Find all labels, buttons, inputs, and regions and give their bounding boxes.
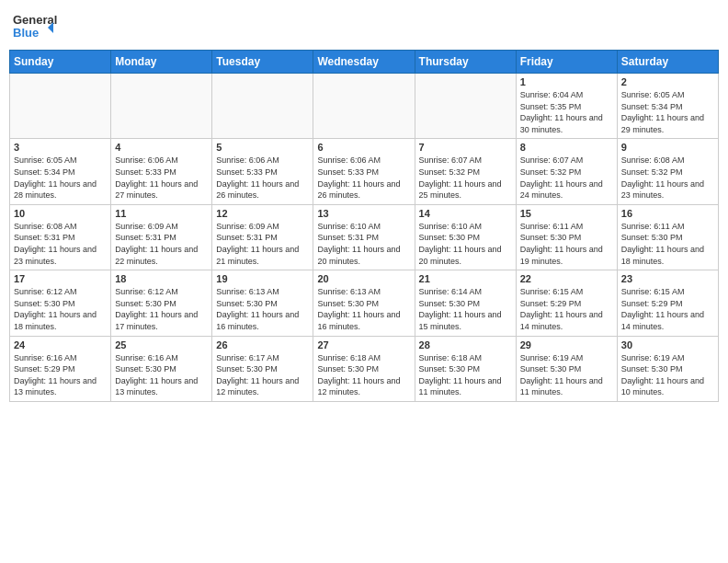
- svg-text:Blue: Blue: [13, 26, 39, 40]
- day-number: 16: [621, 208, 714, 219]
- weekday-header-thursday: Thursday: [415, 51, 516, 74]
- day-info: Sunrise: 6:17 AM Sunset: 5:30 PM Dayligh…: [216, 352, 309, 398]
- calendar-table: SundayMondayTuesdayWednesdayThursdayFrid…: [9, 50, 719, 402]
- calendar-cell: 28Sunrise: 6:18 AM Sunset: 5:30 PM Dayli…: [415, 336, 516, 401]
- weekday-header-wednesday: Wednesday: [313, 51, 415, 74]
- day-number: 3: [14, 142, 107, 153]
- day-number: 7: [419, 142, 512, 153]
- calendar-cell: 30Sunrise: 6:19 AM Sunset: 5:30 PM Dayli…: [617, 336, 718, 401]
- day-number: 25: [115, 339, 208, 350]
- calendar-cell: 26Sunrise: 6:17 AM Sunset: 5:30 PM Dayli…: [212, 336, 313, 401]
- day-info: Sunrise: 6:05 AM Sunset: 5:34 PM Dayligh…: [14, 155, 107, 201]
- calendar-week-4: 17Sunrise: 6:12 AM Sunset: 5:30 PM Dayli…: [10, 270, 719, 336]
- calendar-cell: 25Sunrise: 6:16 AM Sunset: 5:30 PM Dayli…: [111, 336, 212, 401]
- day-info: Sunrise: 6:06 AM Sunset: 5:33 PM Dayligh…: [216, 155, 309, 201]
- day-info: Sunrise: 6:04 AM Sunset: 5:35 PM Dayligh…: [520, 89, 613, 135]
- day-info: Sunrise: 6:14 AM Sunset: 5:30 PM Dayligh…: [419, 286, 512, 332]
- day-info: Sunrise: 6:16 AM Sunset: 5:29 PM Dayligh…: [14, 352, 107, 398]
- calendar-cell: 15Sunrise: 6:11 AM Sunset: 5:30 PM Dayli…: [516, 204, 617, 270]
- day-number: 17: [14, 273, 107, 284]
- day-number: 30: [621, 339, 714, 350]
- day-number: 8: [520, 142, 613, 153]
- day-number: 29: [520, 339, 613, 350]
- day-number: 2: [621, 76, 714, 87]
- calendar-cell: 6Sunrise: 6:06 AM Sunset: 5:33 PM Daylig…: [313, 139, 415, 204]
- calendar-cell: 9Sunrise: 6:08 AM Sunset: 5:32 PM Daylig…: [617, 139, 718, 204]
- calendar-cell: [415, 74, 516, 139]
- day-number: 22: [520, 273, 613, 284]
- day-info: Sunrise: 6:19 AM Sunset: 5:30 PM Dayligh…: [520, 352, 613, 398]
- calendar-cell: [10, 74, 111, 139]
- calendar-cell: [212, 74, 313, 139]
- calendar-cell: 22Sunrise: 6:15 AM Sunset: 5:29 PM Dayli…: [516, 270, 617, 336]
- day-info: Sunrise: 6:09 AM Sunset: 5:31 PM Dayligh…: [115, 221, 208, 267]
- calendar-cell: 16Sunrise: 6:11 AM Sunset: 5:30 PM Dayli…: [617, 204, 718, 270]
- day-number: 21: [419, 273, 512, 284]
- day-number: 19: [216, 273, 309, 284]
- day-info: Sunrise: 6:09 AM Sunset: 5:31 PM Dayligh…: [216, 221, 309, 267]
- calendar-cell: 14Sunrise: 6:10 AM Sunset: 5:30 PM Dayli…: [415, 204, 516, 270]
- weekday-header-friday: Friday: [516, 51, 617, 74]
- day-number: 9: [621, 142, 714, 153]
- day-number: 15: [520, 208, 613, 219]
- logo-svg: GeneralBlue: [13, 9, 68, 42]
- day-info: Sunrise: 6:11 AM Sunset: 5:30 PM Dayligh…: [520, 221, 613, 267]
- day-info: Sunrise: 6:07 AM Sunset: 5:32 PM Dayligh…: [520, 155, 613, 201]
- calendar-cell: 29Sunrise: 6:19 AM Sunset: 5:30 PM Dayli…: [516, 336, 617, 401]
- calendar-cell: 20Sunrise: 6:13 AM Sunset: 5:30 PM Dayli…: [313, 270, 415, 336]
- day-info: Sunrise: 6:13 AM Sunset: 5:30 PM Dayligh…: [216, 286, 309, 332]
- calendar-cell: 10Sunrise: 6:08 AM Sunset: 5:31 PM Dayli…: [10, 204, 111, 270]
- day-info: Sunrise: 6:06 AM Sunset: 5:33 PM Dayligh…: [115, 155, 208, 201]
- day-number: 6: [317, 142, 410, 153]
- calendar-cell: 23Sunrise: 6:15 AM Sunset: 5:29 PM Dayli…: [617, 270, 718, 336]
- day-info: Sunrise: 6:15 AM Sunset: 5:29 PM Dayligh…: [520, 286, 613, 332]
- calendar-cell: 8Sunrise: 6:07 AM Sunset: 5:32 PM Daylig…: [516, 139, 617, 204]
- weekday-header-row: SundayMondayTuesdayWednesdayThursdayFrid…: [10, 51, 719, 74]
- day-info: Sunrise: 6:15 AM Sunset: 5:29 PM Dayligh…: [621, 286, 714, 332]
- calendar-cell: 27Sunrise: 6:18 AM Sunset: 5:30 PM Dayli…: [313, 336, 415, 401]
- day-info: Sunrise: 6:12 AM Sunset: 5:30 PM Dayligh…: [14, 286, 107, 332]
- calendar-cell: 1Sunrise: 6:04 AM Sunset: 5:35 PM Daylig…: [516, 74, 617, 139]
- calendar-week-2: 3Sunrise: 6:05 AM Sunset: 5:34 PM Daylig…: [10, 139, 719, 204]
- day-info: Sunrise: 6:05 AM Sunset: 5:34 PM Dayligh…: [621, 89, 714, 135]
- calendar-cell: 3Sunrise: 6:05 AM Sunset: 5:34 PM Daylig…: [10, 139, 111, 204]
- day-number: 27: [317, 339, 410, 350]
- day-info: Sunrise: 6:11 AM Sunset: 5:30 PM Dayligh…: [621, 221, 714, 267]
- day-info: Sunrise: 6:08 AM Sunset: 5:32 PM Dayligh…: [621, 155, 714, 201]
- calendar-week-3: 10Sunrise: 6:08 AM Sunset: 5:31 PM Dayli…: [10, 204, 719, 270]
- day-number: 12: [216, 208, 309, 219]
- day-info: Sunrise: 6:12 AM Sunset: 5:30 PM Dayligh…: [115, 286, 208, 332]
- day-number: 13: [317, 208, 410, 219]
- day-info: Sunrise: 6:19 AM Sunset: 5:30 PM Dayligh…: [621, 352, 714, 398]
- calendar-week-1: 1Sunrise: 6:04 AM Sunset: 5:35 PM Daylig…: [10, 74, 719, 139]
- day-info: Sunrise: 6:18 AM Sunset: 5:30 PM Dayligh…: [317, 352, 410, 398]
- calendar-cell: 13Sunrise: 6:10 AM Sunset: 5:31 PM Dayli…: [313, 204, 415, 270]
- calendar-cell: [111, 74, 212, 139]
- weekday-header-sunday: Sunday: [10, 51, 111, 74]
- weekday-header-monday: Monday: [111, 51, 212, 74]
- weekday-header-tuesday: Tuesday: [212, 51, 313, 74]
- calendar-cell: 2Sunrise: 6:05 AM Sunset: 5:34 PM Daylig…: [617, 74, 718, 139]
- calendar-cell: 17Sunrise: 6:12 AM Sunset: 5:30 PM Dayli…: [10, 270, 111, 336]
- day-number: 26: [216, 339, 309, 350]
- calendar-cell: 21Sunrise: 6:14 AM Sunset: 5:30 PM Dayli…: [415, 270, 516, 336]
- calendar-cell: 11Sunrise: 6:09 AM Sunset: 5:31 PM Dayli…: [111, 204, 212, 270]
- svg-text:General: General: [13, 13, 57, 27]
- calendar-cell: 4Sunrise: 6:06 AM Sunset: 5:33 PM Daylig…: [111, 139, 212, 204]
- day-info: Sunrise: 6:13 AM Sunset: 5:30 PM Dayligh…: [317, 286, 410, 332]
- day-number: 14: [419, 208, 512, 219]
- day-number: 24: [14, 339, 107, 350]
- day-number: 18: [115, 273, 208, 284]
- weekday-header-saturday: Saturday: [617, 51, 718, 74]
- day-number: 5: [216, 142, 309, 153]
- page-header: GeneralBlue: [9, 9, 719, 42]
- calendar-cell: 18Sunrise: 6:12 AM Sunset: 5:30 PM Dayli…: [111, 270, 212, 336]
- day-number: 28: [419, 339, 512, 350]
- logo: GeneralBlue: [13, 9, 68, 42]
- day-info: Sunrise: 6:07 AM Sunset: 5:32 PM Dayligh…: [419, 155, 512, 201]
- day-number: 10: [14, 208, 107, 219]
- day-info: Sunrise: 6:18 AM Sunset: 5:30 PM Dayligh…: [419, 352, 512, 398]
- calendar-cell: 19Sunrise: 6:13 AM Sunset: 5:30 PM Dayli…: [212, 270, 313, 336]
- day-number: 11: [115, 208, 208, 219]
- calendar-cell: [313, 74, 415, 139]
